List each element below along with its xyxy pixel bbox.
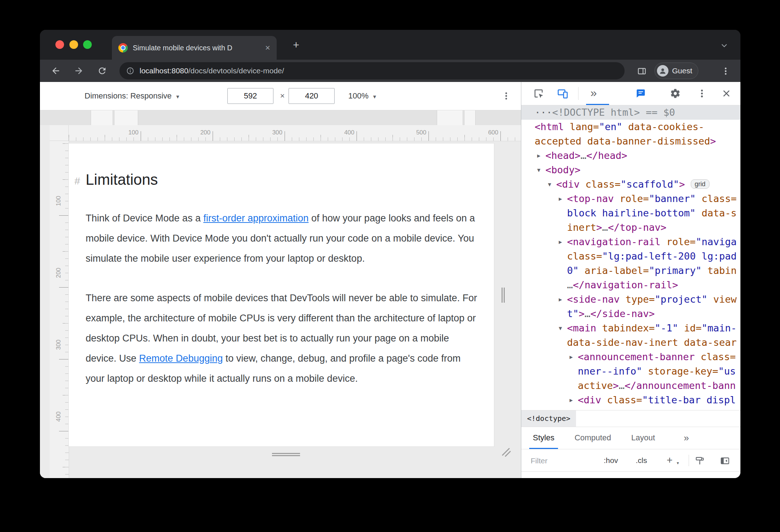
disclosure-open-icon[interactable]: ▾ — [548, 177, 551, 192]
styles-filter-input[interactable] — [530, 454, 585, 468]
ruler-corner — [50, 125, 69, 141]
reload-button[interactable] — [94, 62, 111, 79]
code-token: "main- — [702, 322, 737, 334]
new-tab-button[interactable]: + — [290, 38, 303, 51]
new-style-rule-button[interactable]: + — [667, 450, 672, 471]
dom-tree-row[interactable]: 0" aria-label="primary" tabin — [521, 263, 740, 278]
disclosure-closed-icon[interactable]: ▸ — [537, 148, 540, 163]
grid-badge[interactable]: grid — [691, 179, 709, 189]
media-query-segment[interactable] — [437, 110, 463, 125]
code-token: … — [581, 150, 586, 161]
disclosure-open-icon[interactable]: ▾ — [559, 321, 562, 335]
side-panel-button[interactable] — [634, 63, 650, 79]
tab-computed[interactable]: Computed — [575, 427, 611, 449]
dom-tree-row[interactable]: ···<!DOCTYPE html> == $0 — [521, 105, 740, 120]
media-query-segment[interactable] — [464, 110, 476, 125]
disclosure-closed-icon[interactable]: ▸ — [559, 235, 562, 249]
dom-tree-row[interactable]: data-side-nav-inert data-sear — [521, 335, 740, 350]
viewport-bottom-resize-handle[interactable] — [272, 453, 300, 456]
more-panels-button[interactable]: » — [590, 82, 597, 105]
disclosure-open-icon[interactable]: ▾ — [537, 163, 540, 177]
close-window-button[interactable] — [55, 40, 64, 49]
code-token: > — [579, 308, 585, 319]
simulated-page: # Limitations Think of Device Mode as a … — [69, 143, 494, 446]
toggle-element-state-button[interactable]: :hov — [604, 450, 618, 471]
code-token: <body> — [545, 164, 581, 175]
devtools-menu-button[interactable] — [696, 87, 708, 100]
disclosure-closed-icon[interactable]: ▸ — [559, 292, 562, 307]
ruler-label: 100 — [55, 189, 62, 213]
media-query-segment[interactable] — [114, 110, 138, 125]
code-token: inert — [567, 222, 596, 233]
maximize-window-button[interactable] — [83, 40, 92, 49]
device-toolbar-menu-button[interactable] — [499, 89, 513, 103]
dom-tree-row[interactable]: active>…</announcement-bann — [521, 379, 740, 393]
devtools-menu-icon — [697, 88, 707, 98]
disclosure-closed-icon[interactable]: ▸ — [570, 393, 573, 407]
paint-roller-icon — [695, 456, 705, 466]
dom-tree-row[interactable]: ▸<div class="title-bar displ — [521, 393, 740, 407]
code-token: data-s — [696, 207, 737, 219]
zoom-caret-icon: ▼ — [372, 83, 377, 111]
text-link[interactable]: Remote Debugging — [139, 353, 223, 364]
code-token: storage-key= — [642, 366, 718, 377]
back-button[interactable] — [47, 62, 64, 79]
dom-tree-row[interactable]: ▸<side-nav type="project" view — [521, 292, 740, 307]
browser-menu-button[interactable] — [717, 63, 734, 79]
close-tab-icon[interactable]: × — [265, 43, 270, 52]
forward-button[interactable] — [70, 62, 87, 79]
viewport-right-resize-handle[interactable] — [502, 288, 505, 303]
dom-tree-row[interactable]: nner--info" storage-key="us — [521, 364, 740, 379]
media-query-segment[interactable] — [91, 110, 113, 125]
dom-tree-row[interactable]: class="lg:pad-left-200 lg:pad — [521, 249, 740, 263]
tab-layout[interactable]: Layout — [631, 427, 655, 449]
dom-tree-row[interactable]: ▸<top-nav role="banner" class= — [521, 192, 740, 206]
dom-tree-row[interactable]: ▸<announcement-banner class= — [521, 350, 740, 364]
inspect-element-button[interactable] — [532, 87, 545, 100]
disclosure-closed-icon[interactable]: ▸ — [559, 192, 562, 206]
code-token: "-1" — [655, 322, 678, 334]
tab-styles[interactable]: Styles — [533, 427, 554, 449]
code-token: > — [596, 222, 602, 233]
heading-anchor-marker[interactable]: # — [74, 175, 80, 187]
tab-search-chevron-icon[interactable] — [718, 39, 731, 52]
dom-tree-row[interactable]: ▸<navigation-rail role="naviga — [521, 235, 740, 249]
sidebar-tabs-overflow-button[interactable]: » — [684, 432, 689, 444]
minimize-window-button[interactable] — [69, 40, 78, 49]
disclosure-closed-icon[interactable]: ▸ — [570, 350, 573, 364]
dimensions-select[interactable]: Dimensions: Responsive▼ — [85, 82, 180, 110]
dom-tree-row[interactable]: ▸<head>…</head> — [521, 148, 740, 163]
dom-tree-row[interactable]: ▾<body> — [521, 163, 740, 177]
breadcrumb-doctype-chip[interactable]: <!doctype> — [521, 411, 576, 427]
viewport-width-input[interactable] — [227, 88, 273, 104]
zoom-select[interactable]: 100%▼ — [348, 82, 377, 110]
devtools-close-button[interactable] — [720, 87, 733, 100]
dom-tree-row[interactable]: block hairline-bottom" data-s — [521, 206, 740, 220]
profile-chip[interactable]: Guest — [654, 63, 698, 79]
element-classes-button[interactable]: .cls — [636, 450, 647, 471]
site-info-icon[interactable] — [126, 66, 135, 75]
dom-tree-row[interactable]: ▾<main tabindex="-1" id="main- — [521, 321, 740, 335]
viewport-height-input[interactable] — [289, 88, 335, 104]
dom-tree-row[interactable]: <html lang="en" data-cookies- — [521, 120, 740, 134]
dom-tree-row[interactable]: …</navigation-rail> — [521, 278, 740, 292]
text-link[interactable]: first-order approximation — [203, 213, 309, 224]
viewport-corner-resize-handle[interactable] — [501, 447, 511, 457]
address-bar[interactable]: localhost:8080/docs/devtools/device-mode… — [119, 62, 625, 79]
feedback-button[interactable] — [635, 87, 647, 100]
browser-tab[interactable]: Simulate mobile devices with D × — [112, 36, 277, 60]
dom-tree-row[interactable]: accepted data-banner-dismissed> — [521, 134, 740, 148]
toggle-sidebar-button[interactable] — [719, 455, 731, 467]
dom-tree-row[interactable]: ▾<div class="scaffold">grid — [521, 177, 740, 192]
settings-gear-icon — [670, 88, 681, 99]
ruler-label: 500 — [402, 129, 426, 136]
toggle-device-toolbar-button[interactable] — [557, 87, 569, 100]
page-title: Limitations — [86, 171, 477, 189]
code-token: <top-nav — [567, 193, 620, 204]
code-token: <head> — [545, 150, 581, 161]
dom-tree-row[interactable]: inert>…</top-nav> — [521, 220, 740, 235]
device-toolbar-menu-icon — [502, 91, 511, 101]
dom-tree-row[interactable]: t">…</side-nav> — [521, 307, 740, 321]
inspect-icon — [533, 88, 544, 99]
devtools-settings-button[interactable] — [669, 87, 681, 100]
